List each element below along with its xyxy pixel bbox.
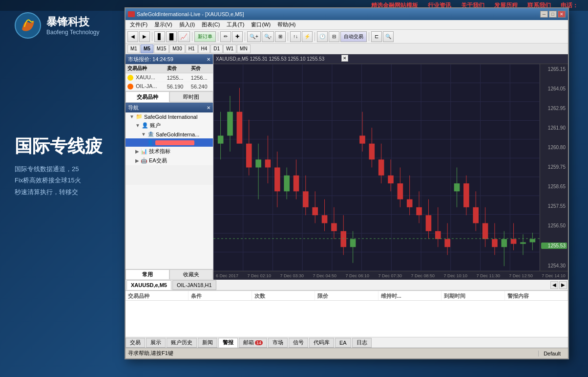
tf-h4[interactable]: H4 — [198, 44, 210, 53]
new-order-button[interactable]: 新订单 — [194, 31, 216, 42]
nav-bottom-common[interactable]: 常用 — [126, 269, 169, 280]
chart-tab-oil[interactable]: OIL-JAN18,H1 — [172, 280, 216, 290]
folder-icon-1: 📁 — [136, 113, 143, 120]
tab-signals[interactable]: 信号 — [289, 338, 308, 348]
tab-news[interactable]: 新闻 — [198, 338, 217, 348]
menu-bar: 文件(F) 显示(V) 插入(I) 图表(C) 工具(T) 窗口(W) 帮助(H… — [126, 20, 568, 30]
maximize-button[interactable]: □ — [549, 11, 557, 18]
nav-tab-symbols[interactable]: 交易品种 — [126, 91, 169, 102]
tree-indicators[interactable]: ▶ 📊 技术指标 — [126, 147, 213, 156]
chart-tab-arrows: ◀ ▶ — [550, 281, 567, 289]
tb-draw[interactable]: ⊏ — [371, 31, 382, 42]
col-bid: 卖价 — [165, 64, 189, 73]
market-watch-close[interactable]: ✕ — [207, 57, 210, 62]
tb-chart-line[interactable]: 📈 — [178, 31, 190, 42]
chart-canvas-wrapper[interactable]: 1265.15 1264.05 1262.95 1261.90 1260.80 … — [213, 64, 568, 271]
status-default: Default — [538, 351, 566, 356]
title-bar: SafeGoldInternational-Live - [XAUUSD,e,M… — [126, 8, 568, 20]
panel-close-x[interactable]: ✕ — [341, 55, 348, 62]
navigator-close[interactable]: ✕ — [207, 105, 210, 111]
tree-safegold-acc[interactable]: ▼ 🏦 SafeGoldInterna... — [126, 130, 213, 138]
navigator-content: 导航 ✕ ▼ 📁 SafeGold International ▼ 👤 账户 — [126, 103, 213, 269]
col-count: 次数 — [252, 291, 315, 300]
tb-fwd-btn[interactable]: ▶ — [139, 31, 150, 42]
oil-bid: 56.190 — [165, 82, 189, 91]
chart-canvas[interactable] — [213, 64, 540, 271]
chart-tab-prev[interactable]: ◀ — [550, 281, 558, 289]
menu-help[interactable]: 帮助(H) — [274, 21, 298, 29]
hero-title: 国际专线疲 — [15, 134, 103, 158]
title-bar-controls: ─ □ ✕ — [540, 11, 566, 18]
menu-tools[interactable]: 工具(T) — [224, 21, 247, 29]
tf-m30[interactable]: M30 — [169, 44, 185, 53]
nav-bottom-favorites[interactable]: 收藏夹 — [169, 269, 213, 280]
ea-icon: 🤖 — [141, 157, 147, 164]
tab-alerts[interactable]: 警报 — [218, 338, 238, 348]
tb-pencil-btn[interactable]: ✏ — [220, 31, 231, 42]
tb-layout[interactable]: ⊟ — [329, 31, 339, 42]
status-help: 寻求帮助,请按F1键 — [128, 350, 533, 357]
tab-demo[interactable]: 展示 — [146, 338, 166, 348]
tf-d1[interactable]: D1 — [210, 44, 223, 53]
tf-m5[interactable]: M5 — [141, 44, 153, 53]
tab-codebase[interactable]: 代码库 — [309, 338, 334, 348]
market-row-oil[interactable]: OIL-JA... 56.190 56.240 — [126, 82, 213, 91]
tb-zoom-in[interactable]: 🔍+ — [247, 31, 261, 42]
tb-sep-2 — [192, 32, 192, 41]
gold-icon — [127, 75, 133, 81]
tb-chart-bar[interactable]: ▋ — [154, 31, 165, 42]
tf-w1[interactable]: W1 — [223, 44, 236, 53]
tree-accounts[interactable]: ▼ 👤 账户 — [126, 121, 213, 130]
tree-ea[interactable]: ▶ 🤖 EA交易 — [126, 156, 213, 165]
nav-tab-chart[interactable]: 即时图 — [169, 91, 213, 102]
menu-insert[interactable]: 插入(I) — [176, 21, 198, 29]
account-user-icon: 👤 — [147, 139, 154, 146]
tb-crosshair-btn[interactable]: ✚ — [232, 31, 243, 42]
tree-account-item[interactable]: 👤 — [126, 138, 213, 147]
gold-ask: 1256... — [189, 73, 213, 82]
tb-chart-candle[interactable]: █ — [166, 31, 177, 42]
x-label-1: 7 Dec 02:10 — [247, 273, 271, 278]
tree-safegold[interactable]: ▼ 📁 SafeGold International — [126, 112, 213, 121]
menu-file[interactable]: 文件(F) — [127, 21, 150, 29]
tb-period-sep[interactable]: ↑↓ — [290, 31, 301, 42]
tab-inbox[interactable]: 邮箱 14 — [239, 338, 267, 348]
orders-area: 交易品种 条件 次数 限价 维持时... 到期时间 警报内容 — [126, 290, 568, 337]
tb-fit[interactable]: ⊞ — [275, 31, 286, 42]
tf-m15[interactable]: M15 — [154, 44, 169, 53]
x-label-2: 7 Dec 03:30 — [280, 273, 304, 278]
tb-indicator[interactable]: ⚡ — [302, 31, 313, 42]
menu-chart[interactable]: 图表(C) — [199, 21, 223, 29]
tb-back-btn[interactable]: ◀ — [127, 31, 138, 42]
expand-icon-1: ▼ — [129, 114, 134, 119]
chart-tab-next[interactable]: ▶ — [559, 281, 567, 289]
tf-m1[interactable]: M1 — [127, 44, 140, 53]
minimize-button[interactable]: ─ — [540, 11, 548, 18]
close-button[interactable]: ✕ — [558, 11, 566, 18]
bottom-function-tabs: 交易 展示 账户历史 新闻 警报 邮箱 14 市场 信号 代码库 EA 日志 — [126, 337, 568, 348]
auto-trade-button[interactable]: 自动交易 — [340, 31, 367, 42]
chart-tab-xauusd[interactable]: XAUUSD,e,M5 — [126, 280, 171, 290]
tb-clock[interactable]: 🕐 — [317, 31, 328, 42]
y-label-current: 1255.53 — [541, 243, 567, 249]
tab-journal[interactable]: 日志 — [352, 338, 372, 348]
inbox-badge: 14 — [255, 340, 263, 345]
x-label-9: 7 Dec 12:50 — [509, 273, 533, 278]
menu-window[interactable]: 窗口(W) — [248, 21, 273, 29]
tf-mn[interactable]: MN — [237, 44, 251, 53]
tab-trade[interactable]: 交易 — [126, 338, 145, 348]
y-label-0: 1265.15 — [541, 67, 567, 72]
tb-search[interactable]: 🔍 — [383, 31, 394, 42]
chart-area: XAUUSD,e,M5 1255.31 1255.53 1255.10 1255… — [213, 54, 568, 280]
chart-tabs: XAUUSD,e,M5 OIL-JAN18,H1 ◀ ▶ — [126, 280, 568, 290]
logo-area: 暴锋科技 Baofeng Technology — [15, 12, 100, 39]
tf-h1[interactable]: H1 — [186, 44, 198, 53]
y-label-8: 1256.50 — [541, 223, 567, 228]
tab-market[interactable]: 市场 — [268, 338, 288, 348]
tb-zoom-out[interactable]: 🔍- — [262, 31, 274, 42]
tab-account-history[interactable]: 账户历史 — [167, 338, 197, 348]
tab-ea[interactable]: EA — [335, 338, 351, 348]
navigator-title: 导航 — [128, 104, 139, 111]
market-row-gold[interactable]: XAUU... 1255... 1256... — [126, 73, 213, 82]
menu-view[interactable]: 显示(V) — [151, 21, 175, 29]
